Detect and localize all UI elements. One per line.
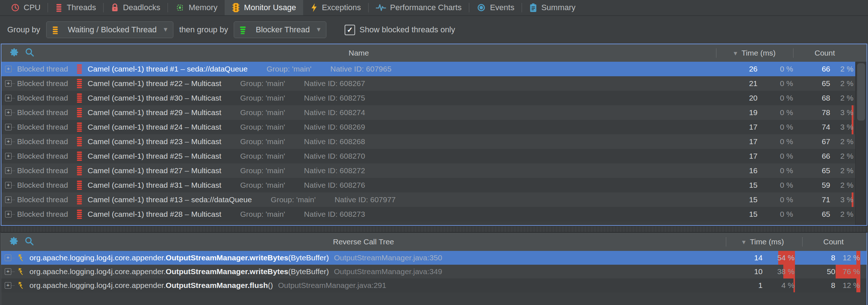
count-percent: 3 % bbox=[840, 195, 853, 204]
method-args: (ByteBuffer) bbox=[288, 253, 329, 262]
count-value: 68 bbox=[822, 94, 830, 102]
tab-exceptions[interactable]: Exceptions bbox=[303, 0, 368, 15]
threads-icon bbox=[55, 3, 63, 12]
tree-connector bbox=[12, 200, 15, 200]
expand-icon[interactable] bbox=[5, 255, 11, 261]
expand-icon[interactable] bbox=[5, 196, 12, 203]
expand-icon[interactable] bbox=[5, 80, 12, 87]
tree-connector bbox=[12, 98, 15, 98]
time-value: 14 bbox=[754, 253, 763, 262]
count-value: 67 bbox=[822, 137, 830, 146]
expand-icon[interactable] bbox=[5, 268, 11, 275]
expand-icon[interactable] bbox=[5, 211, 12, 217]
blocked-thread-row[interactable]: Blocked threadCamel (camel-1) thread #23… bbox=[1, 134, 867, 149]
blocked-thread-row[interactable]: Blocked threadCamel (camel-1) thread #30… bbox=[1, 91, 867, 105]
count-column-header[interactable]: Count bbox=[797, 44, 852, 62]
then-group-by-value: Blocker Thread bbox=[256, 25, 310, 34]
thread-native-id: Native ID: 608270 bbox=[304, 152, 365, 160]
reverse-call-icon bbox=[17, 267, 25, 276]
tab-cpu[interactable]: CPU bbox=[4, 0, 48, 15]
blocked-thread-icon bbox=[76, 78, 83, 89]
count-percent: 76 % bbox=[843, 267, 860, 276]
blocked-thread-row[interactable]: Blocked threadCamel (camel-1) thread #24… bbox=[1, 120, 867, 134]
time-column-header[interactable]: Time (ms) bbox=[719, 44, 790, 62]
expand-icon[interactable] bbox=[5, 182, 12, 188]
count-value: 59 bbox=[822, 181, 830, 190]
tab-monitor-usage[interactable]: Monitor Usage bbox=[225, 0, 303, 15]
expand-icon[interactable] bbox=[5, 282, 11, 289]
tree-connector bbox=[11, 285, 15, 286]
count-value: 8 bbox=[831, 281, 835, 290]
expand-icon[interactable] bbox=[5, 138, 12, 145]
tab-label: Performance Charts bbox=[390, 3, 462, 12]
expand-icon[interactable] bbox=[5, 109, 12, 116]
count-percent: 3 % bbox=[840, 108, 853, 117]
blocked-thread-row[interactable]: Blocked threadCamel (camel-1) thread #1 … bbox=[1, 62, 867, 76]
thread-group: Group: 'main' bbox=[240, 123, 285, 131]
vertical-scrollbar[interactable] bbox=[855, 62, 867, 225]
count-value: 65 bbox=[822, 79, 830, 88]
blocked-thread-row[interactable]: Blocked threadCamel (camel-1) thread #28… bbox=[1, 207, 867, 221]
group-by-dropdown[interactable]: Waiting / Blocked Thread bbox=[46, 21, 173, 38]
call-tree-row[interactable]: org.apache.logging.log4j.core.appender.O… bbox=[1, 251, 867, 265]
thread-group: Group: 'main' bbox=[240, 152, 285, 160]
tab-threads[interactable]: Threads bbox=[48, 0, 103, 15]
time-percent: 0 % bbox=[780, 94, 793, 102]
method-name: OutputStreamManager.flush bbox=[166, 281, 268, 290]
time-value: 15 bbox=[749, 195, 758, 204]
call-tree-row[interactable]: org.apache.logging.log4j.core.appender.O… bbox=[1, 278, 867, 292]
time-column-header[interactable]: Time (ms) bbox=[729, 233, 797, 251]
time-value: 26 bbox=[749, 65, 758, 73]
time-percent: 0 % bbox=[780, 79, 793, 88]
reverse-call-icon bbox=[17, 253, 25, 262]
column-divider[interactable] bbox=[716, 48, 716, 58]
time-percent: 0 % bbox=[780, 181, 793, 190]
call-tree-row[interactable]: org.apache.logging.log4j.core.appender.O… bbox=[1, 265, 867, 278]
thread-name: Camel (camel-1) thread #28 – Multicast bbox=[88, 210, 221, 219]
column-divider[interactable] bbox=[793, 48, 793, 58]
tab-events[interactable]: Events bbox=[469, 0, 522, 15]
show-blocked-threads-checkbox[interactable] bbox=[345, 25, 355, 35]
thread-native-id: Native ID: 608268 bbox=[304, 137, 365, 146]
count-value: 66 bbox=[822, 152, 830, 160]
time-value: 17 bbox=[749, 152, 758, 160]
scrollbar-thumb[interactable] bbox=[857, 63, 865, 121]
blocked-thread-row[interactable]: Blocked threadCamel (camel-1) thread #29… bbox=[1, 105, 867, 120]
tree-connector bbox=[12, 142, 15, 142]
reverse-call-tree-panel: Reverse Call Tree Time (ms) Count org.ap… bbox=[1, 232, 867, 305]
tab-summary[interactable]: Summary bbox=[522, 0, 583, 15]
blocked-thread-row[interactable]: Blocked threadCamel (camel-1) thread #22… bbox=[1, 76, 867, 91]
count-value: 50 bbox=[827, 267, 835, 276]
time-percent: 0 % bbox=[780, 123, 793, 131]
expand-icon[interactable] bbox=[5, 167, 12, 174]
count-percent: 2 % bbox=[840, 166, 853, 175]
tab-deadlocks[interactable]: Deadlocks bbox=[104, 0, 168, 15]
blocked-thread-row[interactable]: Blocked threadCamel (camel-1) thread #13… bbox=[1, 192, 867, 207]
count-percent: 2 % bbox=[840, 94, 853, 102]
expand-icon[interactable] bbox=[5, 124, 12, 130]
blocked-thread-row[interactable]: Blocked threadCamel (camel-1) thread #25… bbox=[1, 149, 867, 163]
expand-icon[interactable] bbox=[5, 66, 12, 72]
thread-group: Group: 'main' bbox=[240, 181, 285, 190]
then-group-by-dropdown[interactable]: Blocker Thread bbox=[234, 21, 326, 38]
call-tree-column-header[interactable]: Reverse Call Tree bbox=[1, 233, 726, 251]
count-percent: 2 % bbox=[840, 181, 853, 190]
count-column-header[interactable]: Count bbox=[806, 233, 861, 251]
expand-icon[interactable] bbox=[5, 95, 12, 101]
column-divider[interactable] bbox=[802, 237, 803, 247]
thread-name: Camel (camel-1) thread #23 – Multicast bbox=[88, 137, 221, 146]
blocked-thread-row[interactable]: Blocked threadCamel (camel-1) thread #31… bbox=[1, 178, 867, 192]
thread-native-id: Native ID: 608275 bbox=[304, 94, 365, 102]
tab-label: Memory bbox=[189, 3, 217, 12]
column-divider[interactable] bbox=[726, 237, 726, 247]
thread-native-id: Native ID: 608267 bbox=[304, 79, 365, 88]
show-blocked-threads-label: Show blocked threads only bbox=[359, 25, 455, 34]
thread-name: Camel (camel-1) thread #24 – Multicast bbox=[88, 123, 221, 131]
tab-memory[interactable]: Memory bbox=[168, 0, 225, 15]
name-column-header[interactable]: Name bbox=[1, 44, 716, 62]
expand-icon[interactable] bbox=[5, 153, 12, 159]
blocked-thread-row[interactable]: Blocked threadCamel (camel-1) thread #27… bbox=[1, 163, 867, 178]
count-value: 66 bbox=[822, 65, 830, 73]
horizontal-splitter[interactable] bbox=[0, 226, 868, 232]
tab-performance-charts[interactable]: Performance Charts bbox=[369, 0, 469, 15]
